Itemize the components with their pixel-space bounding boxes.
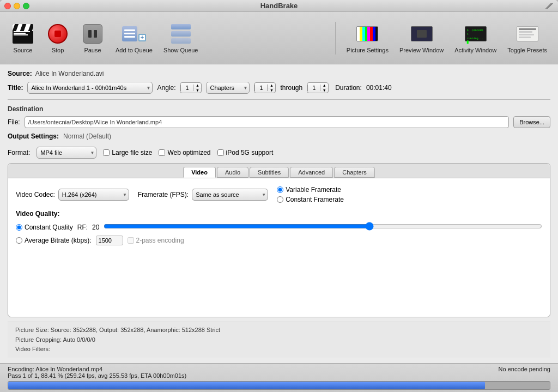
picture-settings-button[interactable]: Picture Settings (342, 21, 393, 56)
chapter-to-up[interactable]: ▲ (320, 83, 328, 88)
chapters-select[interactable]: Chapters (206, 82, 250, 94)
average-bitrate-radio[interactable] (16, 237, 22, 244)
maximize-button[interactable] (23, 3, 29, 9)
chapter-to-buttons[interactable]: ▲ ▼ (320, 83, 328, 93)
progress-bar-fill (8, 382, 485, 389)
preview-window-icon (411, 23, 433, 45)
stop-icon (47, 23, 69, 45)
browse-button[interactable]: Browse... (513, 116, 550, 128)
variable-framerate-option[interactable]: Variable Framerate (277, 186, 344, 194)
ipod-support-label: iPod 5G support (226, 149, 274, 156)
angle-label: Angle: (157, 84, 175, 92)
chapters-select-wrapper: Chapters (206, 82, 250, 94)
source-icon (12, 23, 34, 45)
toggle-presets-icon (517, 23, 538, 45)
pass-info: Pass 1 of 1, 88.41 % (259.24 fps, avg 25… (8, 372, 550, 379)
source-button[interactable]: Source (7, 21, 39, 56)
chapter-from-buttons[interactable]: ▲ ▼ (268, 83, 275, 93)
tab-subtitles[interactable]: Subtitles (250, 167, 289, 178)
constant-quality-row: Constant Quality RF: 20 (16, 222, 542, 232)
activity-window-button[interactable]: $ ./encode > running... █ Activity Windo… (450, 21, 501, 56)
codec-field: Video Codec: H.264 (x264) MPEG-4 MPEG-2 (16, 189, 129, 201)
large-file-size-checkbox[interactable] (103, 149, 110, 156)
fps-field: Framerate (FPS): Same as source 5 10 12 … (138, 189, 268, 201)
title-select[interactable]: Alice In Wonderland 1 - 00h01m40s (27, 82, 153, 94)
tab-panel: Video Audio Subtitles Advanced Chapters … (8, 163, 550, 317)
fps-label: Framerate (FPS): (138, 191, 189, 198)
ipod-support-option[interactable]: iPod 5G support (217, 149, 274, 156)
activity-window-icon: $ ./encode > running... █ (465, 23, 487, 45)
tab-content-video: Video Codec: H.264 (x264) MPEG-4 MPEG-2 … (8, 178, 550, 317)
format-select[interactable]: MP4 file MKV file (37, 147, 96, 159)
chapter-from-up[interactable]: ▲ (268, 83, 275, 88)
constant-framerate-radio[interactable] (277, 196, 283, 203)
traffic-lights (4, 3, 29, 9)
format-label: Format: (8, 149, 30, 156)
picture-settings-label: Picture Settings (347, 47, 389, 53)
status-row: Encoding: Alice In Wonderland.mp4 No enc… (8, 366, 550, 372)
preview-window-button[interactable]: Preview Window (395, 21, 448, 56)
toggle-presets-button[interactable]: Toggle Presets (503, 21, 551, 56)
tab-audio[interactable]: Audio (217, 167, 248, 178)
tabs-row: Video Audio Subtitles Advanced Chapters (8, 164, 550, 178)
main-window: HandBrake (0, 0, 558, 392)
picture-settings-icon (356, 23, 378, 45)
variable-framerate-radio[interactable] (277, 186, 283, 193)
stop-button[interactable]: Stop (41, 21, 74, 56)
section-divider (8, 99, 550, 100)
constant-quality-label: Constant Quality (25, 224, 73, 231)
angle-stepper-buttons[interactable]: ▲ ▼ (193, 83, 201, 93)
close-button[interactable] (4, 3, 11, 9)
codec-select[interactable]: H.264 (x264) MPEG-4 MPEG-2 (58, 189, 129, 201)
pause-button[interactable]: Pause (76, 21, 109, 56)
tab-chapters[interactable]: Chapters (334, 167, 375, 178)
quality-slider[interactable] (104, 222, 542, 231)
variable-framerate-label: Variable Framerate (286, 186, 341, 194)
fps-select-wrapper: Same as source 5 10 12 15 23.976 24 25 2… (192, 189, 268, 201)
chapter-from-down[interactable]: ▼ (268, 88, 275, 93)
tab-advanced[interactable]: Advanced (290, 167, 333, 178)
constant-quality-radio[interactable] (16, 224, 22, 231)
angle-up[interactable]: ▲ (193, 83, 201, 88)
show-queue-button[interactable]: Show Queue (159, 21, 203, 56)
minimize-button[interactable] (14, 3, 20, 9)
average-bitrate-option[interactable]: Average Bitrate (kbps): (16, 237, 92, 244)
fps-select[interactable]: Same as source 5 10 12 15 23.976 24 25 2… (192, 189, 268, 201)
add-to-queue-button[interactable]: + Add to Queue (111, 21, 157, 56)
show-queue-label: Show Queue (163, 47, 198, 53)
toggle-presets-label: Toggle Presets (507, 47, 547, 53)
angle-stepper[interactable]: 1 ▲ ▼ (180, 82, 202, 93)
titlebar-right (545, 3, 554, 9)
web-optimized-checkbox[interactable] (159, 149, 165, 156)
framerate-type-group: Variable Framerate Constant Framerate (277, 186, 344, 203)
chapter-to-stepper[interactable]: 1 ▲ ▼ (307, 82, 329, 93)
bitrate-input[interactable] (96, 236, 123, 245)
rf-value: 20 (92, 224, 99, 231)
chapter-to-down[interactable]: ▼ (320, 88, 328, 93)
constant-quality-option[interactable]: Constant Quality (16, 224, 73, 231)
chapter-from-stepper[interactable]: 1 ▲ ▼ (254, 82, 276, 93)
source-row: Source: Alice In Wonderland.avi (8, 70, 550, 77)
large-file-size-option[interactable]: Large file size (103, 149, 152, 156)
file-label: File: (8, 118, 20, 126)
codec-label: Video Codec: (16, 191, 55, 198)
angle-down[interactable]: ▼ (193, 88, 201, 93)
web-optimized-option[interactable]: Web optimized (159, 149, 210, 156)
two-pass-option[interactable]: 2-pass encoding (128, 237, 184, 244)
picture-cropping-info: Picture Cropping: Auto 0/0/0/0 (15, 335, 543, 345)
bitrate-row: Average Bitrate (kbps): 2-pass encoding (16, 236, 542, 245)
picture-size-info: Picture Size: Source: 352x288, Output: 3… (15, 325, 543, 335)
source-label: Source (14, 47, 33, 53)
two-pass-checkbox[interactable] (128, 237, 134, 244)
codec-row: Video Codec: H.264 (x264) MPEG-4 MPEG-2 … (16, 186, 542, 203)
chapter-from-value: 1 (254, 85, 268, 91)
average-bitrate-label: Average Bitrate (kbps): (25, 237, 92, 244)
tab-video[interactable]: Video (183, 167, 216, 178)
ipod-support-checkbox[interactable] (217, 149, 224, 156)
file-path-input[interactable] (25, 116, 509, 128)
stop-label: Stop (52, 47, 64, 53)
output-settings-row: Output Settings: Normal (Default) (8, 132, 550, 140)
constant-framerate-option[interactable]: Constant Framerate (277, 196, 344, 203)
source-file: Alice In Wonderland.avi (35, 70, 104, 77)
add-to-queue-label: Add to Queue (116, 47, 153, 53)
